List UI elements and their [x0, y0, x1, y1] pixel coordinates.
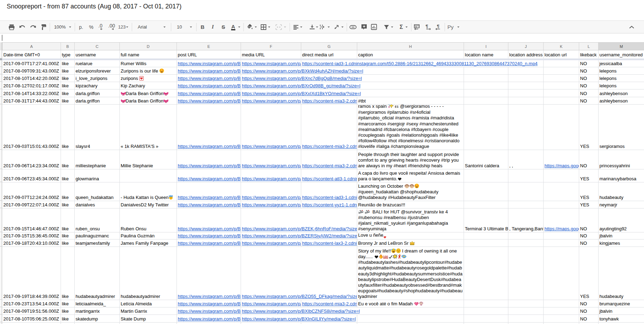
- svg-text:.00: .00: [108, 24, 115, 29]
- svg-text:¶: ¶: [437, 24, 439, 29]
- svg-text:¶: ¶: [426, 24, 428, 29]
- svg-text:.0: .0: [98, 24, 103, 29]
